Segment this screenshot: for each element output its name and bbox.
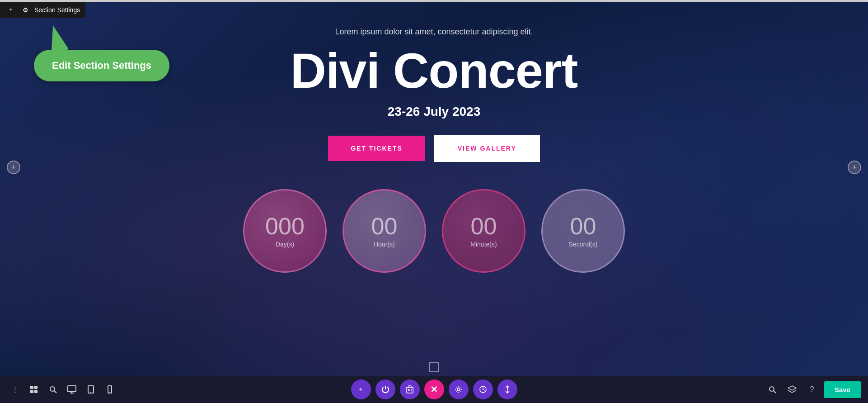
history-button[interactable]	[473, 379, 493, 399]
subtitle-text: Lorem ipsum dolor sit amet, consectetur …	[335, 27, 533, 37]
svg-line-23	[774, 391, 776, 393]
minutes-circle: 00 Minute(s)	[442, 189, 525, 273]
svg-line-5	[54, 391, 56, 393]
delete-button[interactable]	[400, 379, 420, 399]
seconds-number: 00	[570, 214, 596, 238]
edit-tooltip-label: Edit Section Settings	[52, 60, 151, 71]
section-settings-label: Section Settings	[34, 6, 80, 14]
svg-point-12	[109, 392, 110, 393]
main-title: Divi Concert	[291, 46, 578, 95]
svg-rect-2	[30, 390, 33, 393]
page-indicator	[429, 362, 439, 372]
countdown-hours: 00 Hour(s)	[343, 189, 426, 273]
add-center-button[interactable]: +	[351, 379, 371, 399]
top-toolbar	[0, 0, 868, 2]
svg-rect-6	[68, 386, 76, 392]
svg-rect-0	[30, 386, 33, 389]
days-circle: 000 Day(s)	[243, 189, 327, 273]
buttons-row: GET TICKETS VIEW GALLERY	[328, 135, 540, 162]
minutes-number: 00	[471, 214, 497, 238]
close-center-button[interactable]: ✕	[424, 379, 444, 399]
svg-rect-1	[34, 386, 38, 389]
power-button[interactable]	[375, 379, 395, 399]
seconds-label: Second(s)	[569, 241, 598, 248]
help-button[interactable]: ?	[804, 381, 820, 398]
mobile-button[interactable]	[102, 381, 118, 398]
svg-rect-15	[408, 386, 411, 387]
edit-section-settings-tooltip[interactable]: Edit Section Settings	[34, 50, 169, 81]
bottom-left-tools: ⋮	[0, 381, 125, 398]
countdown-minutes: 00 Minute(s)	[442, 189, 525, 273]
desktop-button[interactable]	[64, 381, 80, 398]
svg-point-22	[769, 387, 774, 391]
section-settings-bar: + ⚙ Section Settings	[0, 2, 85, 18]
hours-label: Hour(s)	[374, 241, 395, 248]
save-button[interactable]: Save	[824, 381, 861, 398]
svg-rect-3	[34, 390, 38, 393]
countdown-seconds: 00 Second(s)	[541, 189, 625, 273]
svg-point-4	[50, 387, 55, 391]
hours-number: 00	[371, 214, 398, 238]
date-text: 23-26 July 2023	[388, 104, 481, 119]
bottom-center-tools: + ✕	[351, 379, 517, 399]
days-label: Day(s)	[276, 241, 294, 248]
svg-point-19	[457, 388, 460, 391]
countdown-days: 000 Day(s)	[243, 189, 327, 273]
add-row-left-button[interactable]: +	[7, 161, 20, 174]
search-button[interactable]	[45, 381, 61, 398]
seconds-circle: 00 Second(s)	[541, 189, 625, 273]
add-section-icon[interactable]: +	[5, 5, 16, 15]
days-number: 000	[265, 214, 305, 238]
countdown-row: 000 Day(s) 00 Hour(s) 00 Minute(s) 00 Se…	[243, 189, 625, 273]
reorder-button[interactable]	[497, 379, 517, 399]
menu-button[interactable]: ⋮	[7, 381, 23, 398]
view-gallery-button[interactable]: VIEW GALLERY	[434, 135, 540, 162]
search-right-button[interactable]	[764, 381, 780, 398]
layers-button[interactable]	[784, 381, 800, 398]
get-tickets-button[interactable]: GET TICKETS	[328, 136, 425, 161]
svg-marker-24	[788, 386, 796, 390]
tablet-button[interactable]	[83, 381, 99, 398]
hours-circle: 00 Hour(s)	[343, 189, 426, 273]
add-row-right-button[interactable]: +	[848, 161, 861, 174]
settings-center-button[interactable]	[449, 379, 469, 399]
minutes-label: Minute(s)	[470, 241, 497, 248]
layout-button[interactable]	[26, 381, 42, 398]
section-gear-icon[interactable]: ⚙	[20, 5, 31, 15]
bottom-right-tools: ? Save	[757, 381, 868, 398]
bottom-toolbar: ⋮	[0, 376, 868, 403]
svg-point-10	[90, 392, 91, 393]
